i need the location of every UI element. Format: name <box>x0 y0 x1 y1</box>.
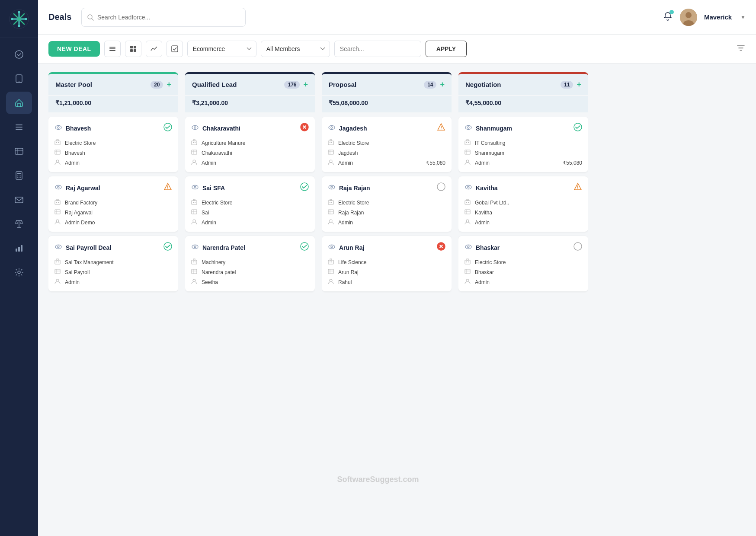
svg-rect-55 <box>58 142 59 143</box>
new-deal-button[interactable]: NEW DEAL <box>48 41 100 57</box>
sidebar-item-chart[interactable] <box>6 237 32 259</box>
card-owner: Admin <box>191 217 309 227</box>
building-icon <box>54 199 61 206</box>
company-value: Gobal Pvt Ltd,. <box>475 200 509 206</box>
svg-rect-93 <box>193 140 195 141</box>
table-row[interactable]: Bhaskar Electric Store Bhaskar Admin <box>458 236 588 291</box>
table-row[interactable]: Narendra Patel Machinery Narendra patel … <box>185 236 315 291</box>
svg-rect-113 <box>193 262 194 262</box>
notification-bell[interactable] <box>663 11 673 24</box>
building-icon <box>328 139 335 147</box>
column-header-qualified-lead: Qualified Lead 176 + <box>185 72 315 95</box>
svg-rect-153 <box>328 269 333 274</box>
table-row[interactable]: Sai SFA Electric Store Sai Admin <box>185 176 315 232</box>
column-add-master-pool[interactable]: + <box>167 80 171 89</box>
card-company: Electric Store <box>464 257 582 267</box>
status-icon-orange <box>163 182 172 193</box>
table-row[interactable]: Raja Rajan Electric Store Raja Rajan Adm… <box>322 176 452 232</box>
table-row[interactable]: Sai Payroll Deal Sai Tax Management Sai … <box>48 236 178 291</box>
svg-rect-92 <box>195 142 195 143</box>
column-add-qualified-lead[interactable]: + <box>303 80 308 89</box>
svg-rect-68 <box>58 202 59 203</box>
contact-icon <box>191 149 198 156</box>
column-count-negotiation: 11 <box>561 81 573 89</box>
eye-icon <box>464 183 472 193</box>
user-dropdown-chevron[interactable]: ▼ <box>740 14 746 20</box>
svg-point-52 <box>164 123 172 131</box>
svg-rect-128 <box>330 140 332 141</box>
column-amount-negotiation: ₹4,55,000.00 <box>458 96 588 112</box>
svg-rect-31 <box>18 247 20 252</box>
table-row[interactable]: Raj Agarwal Brand Factory Raj Agarwal Ad… <box>48 176 178 232</box>
table-row[interactable]: Bhavesh Electric Store Bhavesh Admin <box>48 117 178 172</box>
card-name: Shanmugam <box>476 125 570 132</box>
sidebar-item-mail[interactable] <box>6 188 32 211</box>
person-icon <box>191 159 198 166</box>
svg-rect-152 <box>330 259 332 260</box>
contact-icon <box>464 149 471 156</box>
table-row[interactable]: Jagadesh Electric Store Jagdesh Admin ₹5… <box>322 117 452 172</box>
table-row[interactable]: Shanmugam IT Consulting Shanmugam Admin … <box>458 117 588 172</box>
svg-line-35 <box>92 19 93 20</box>
card-company: Agriculture Manure <box>191 138 309 148</box>
sidebar-item-phone[interactable] <box>6 67 32 90</box>
sidebar-item-calculator[interactable] <box>6 164 32 187</box>
svg-rect-90 <box>192 141 197 145</box>
sidebar-item-settings[interactable] <box>6 261 32 284</box>
sort-icon[interactable] <box>736 43 746 55</box>
person-icon <box>328 219 335 226</box>
header-right: Maverick ▼ <box>663 9 746 26</box>
card-header-proposal-0: Jagadesh <box>328 123 445 134</box>
card-owner: Admin ₹55,080 <box>464 158 582 168</box>
svg-rect-54 <box>56 142 57 143</box>
pipeline-filter[interactable]: Ecommerce <box>187 41 256 57</box>
svg-rect-150 <box>330 262 330 262</box>
status-icon-green <box>573 123 582 134</box>
kanban-board: Master Pool 20 + ₹1,21,000.00 Bhavesh El… <box>38 64 756 536</box>
card-header-master-pool-0: Bhavesh <box>54 123 172 134</box>
contact-icon <box>191 209 198 216</box>
column-add-proposal[interactable]: + <box>440 80 445 89</box>
table-row[interactable]: Kavitha Gobal Pvt Ltd,. Kavitha Admin <box>458 176 588 232</box>
person-icon <box>328 159 335 166</box>
svg-rect-77 <box>55 260 60 264</box>
contact-value: Shanmugam <box>475 150 504 156</box>
contact-icon <box>191 268 198 276</box>
svg-rect-175 <box>468 202 469 203</box>
person-icon <box>464 159 471 166</box>
members-filter[interactable]: All Members <box>261 41 330 57</box>
apply-button[interactable]: APPLY <box>426 41 467 57</box>
svg-rect-81 <box>55 269 60 274</box>
svg-point-133 <box>329 185 335 189</box>
deals-search-input[interactable] <box>334 41 421 57</box>
sidebar-item-deals[interactable] <box>6 92 32 114</box>
column-title-qualified-lead: Qualified Lead <box>192 81 281 88</box>
header: Deals Maveri <box>38 0 756 35</box>
card-header-negotiation-2: Bhaskar <box>464 242 582 253</box>
grid-view-button[interactable] <box>125 41 141 57</box>
card-owner: Admin <box>328 217 445 227</box>
card-contact: Sai <box>191 207 309 217</box>
sidebar-item-list[interactable] <box>6 116 32 138</box>
header-search-input[interactable] <box>97 14 240 21</box>
task-view-button[interactable] <box>167 41 183 57</box>
table-row[interactable]: Chakaravathi Agriculture Manure Chakarav… <box>185 117 315 172</box>
sidebar-item-dashboard[interactable] <box>6 43 32 66</box>
svg-rect-163 <box>467 140 468 141</box>
contact-value: Sai <box>202 210 209 216</box>
card-contact: Jagdesh <box>328 148 445 158</box>
column-add-negotiation[interactable]: + <box>577 80 581 89</box>
card-company: Sai Tax Management <box>54 257 172 267</box>
sidebar-item-contacts[interactable] <box>6 140 32 163</box>
svg-point-23 <box>17 177 18 178</box>
card-header-proposal-1: Raja Rajan <box>328 182 445 193</box>
card-name: Kavitha <box>476 185 570 191</box>
table-row[interactable]: Arun Raj Life Science Arun Raj Rahul <box>322 236 452 291</box>
cards-list-negotiation: Shanmugam IT Consulting Shanmugam Admin … <box>458 117 588 527</box>
svg-point-110 <box>194 246 196 248</box>
sidebar-item-legal[interactable] <box>6 213 32 235</box>
svg-rect-78 <box>56 262 57 262</box>
list-view-button[interactable] <box>104 41 121 57</box>
chart-view-button[interactable] <box>146 41 162 57</box>
status-icon-green <box>163 123 172 134</box>
